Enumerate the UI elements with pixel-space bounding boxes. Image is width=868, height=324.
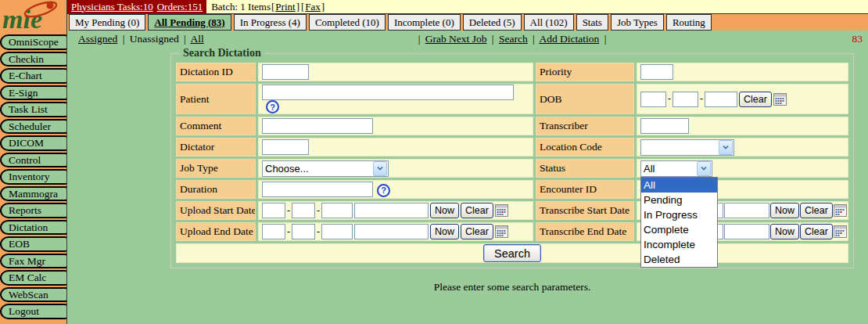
tab-incomplete[interactable]: Incomplete (0) <box>388 14 461 31</box>
sidebar-item-task-list[interactable]: Task List <box>0 102 67 117</box>
sidebar-item-scheduler[interactable]: Scheduler <box>0 119 67 135</box>
sidebar-item-mammography[interactable]: Mammogra <box>0 186 67 202</box>
upload-end-time-input[interactable] <box>354 224 429 239</box>
upload-start-month-input[interactable] <box>262 203 285 218</box>
orders-link[interactable]: Orders:151 <box>157 1 203 13</box>
dictation-id-input[interactable] <box>262 64 309 80</box>
status-option-pending[interactable]: Pending <box>641 193 717 207</box>
upload-start-time-input[interactable] <box>354 203 429 218</box>
mie-logo-graphic: mie <box>0 0 66 33</box>
sidebar-item-reports[interactable]: Reports <box>0 203 67 218</box>
separator: | <box>184 33 186 45</box>
duration-input[interactable] <box>262 182 373 197</box>
patient-input[interactable] <box>262 85 514 100</box>
fax-link[interactable]: Fax <box>305 1 321 13</box>
upload-end-year-input[interactable] <box>321 224 353 239</box>
transcribe-end-clear-button[interactable]: Clear <box>800 224 833 239</box>
tab-routing[interactable]: Routing <box>666 14 712 31</box>
upload-start-clear-button[interactable]: Clear <box>461 203 493 218</box>
comment-input[interactable] <box>262 118 373 134</box>
upload-start-year-input[interactable] <box>321 203 353 218</box>
tab-stats[interactable]: Stats <box>576 14 608 31</box>
upload-end-now-button[interactable]: Now <box>430 224 459 239</box>
assigned-link[interactable]: Assigned <box>78 33 117 45</box>
transcriber-input[interactable] <box>640 118 689 134</box>
tab-in-progress[interactable]: In Progress (4) <box>234 14 307 31</box>
transcribe-end-now-button[interactable]: Now <box>770 224 799 239</box>
upload-end-month-input[interactable] <box>262 224 285 239</box>
dob-clear-button[interactable]: Clear <box>739 92 772 107</box>
job-type-select[interactable]: Choose... <box>262 160 389 177</box>
help-icon[interactable]: ? <box>266 100 279 113</box>
upload-end-day-input[interactable] <box>292 224 315 239</box>
sidebar-item-dicom[interactable]: DICOM <box>0 135 67 151</box>
grab-next-job-link[interactable]: Grab Next Job <box>425 33 487 45</box>
sidebar-item-control[interactable]: Control <box>0 153 67 168</box>
dash: - <box>668 93 671 105</box>
print-link[interactable]: Print <box>275 1 295 13</box>
all-link[interactable]: All <box>190 33 203 45</box>
bracket: ] <box>321 1 325 13</box>
status-option-complete[interactable]: Complete <box>641 222 717 237</box>
tab-my-pending[interactable]: My Pending (0) <box>69 14 145 31</box>
form-title: Search Dictation <box>180 47 264 59</box>
app-logo[interactable]: mie <box>0 0 66 33</box>
status-option-all[interactable]: All <box>641 178 717 193</box>
sidebar-item-e-chart[interactable]: E-Chart <box>0 68 67 84</box>
label-encounter-id: Encounter ID <box>536 180 634 199</box>
transcribe-start-time-input[interactable] <box>724 203 769 218</box>
tab-all-pending[interactable]: All Pending (83) <box>148 14 231 31</box>
sidebar-item-logout[interactable]: Logout <box>0 304 67 319</box>
sidebar-item-omniscope[interactable]: OmniScope <box>0 34 67 50</box>
calendar-icon[interactable] <box>834 204 847 217</box>
upload-end-clear-button[interactable]: Clear <box>461 224 493 239</box>
transcribe-start-clear-button[interactable]: Clear <box>800 203 833 218</box>
priority-input[interactable] <box>640 64 673 80</box>
label-transcriber: Transcriber <box>536 117 634 135</box>
status-select[interactable]: All <box>640 160 712 177</box>
sidebar-item-dictation[interactable]: Dictation <box>0 220 67 236</box>
logo-text: mie <box>2 5 42 33</box>
calendar-icon[interactable] <box>834 225 847 238</box>
physicians-tasks-link[interactable]: Physicians Tasks:10 <box>71 1 153 13</box>
tab-job-types[interactable]: Job Types <box>611 14 664 31</box>
sidebar-item-eob[interactable]: EOB <box>0 236 67 252</box>
tab-deleted[interactable]: Deleted (5) <box>463 14 522 31</box>
sidebar-item-e-sign[interactable]: E-Sign <box>0 85 67 101</box>
status-option-incomplete[interactable]: Incomplete <box>641 237 717 252</box>
calendar-icon[interactable] <box>495 225 508 238</box>
transcribe-end-time-input[interactable] <box>724 224 769 239</box>
dob-day-input[interactable] <box>673 92 698 107</box>
calendar-icon[interactable] <box>495 204 508 217</box>
calendar-icon[interactable] <box>773 93 787 106</box>
upload-start-now-button[interactable]: Now <box>430 203 459 218</box>
chevron-down-icon <box>697 161 711 176</box>
upload-start-day-input[interactable] <box>292 203 315 218</box>
sidebar-item-webscan[interactable]: WebScan <box>0 287 67 303</box>
unassigned-link[interactable]: Unassigned <box>130 33 179 45</box>
tab-all[interactable]: All (102) <box>524 14 574 31</box>
sidebar-item-inventory[interactable]: Inventory <box>0 169 67 185</box>
dictator-input[interactable] <box>262 139 309 155</box>
chevron-down-icon <box>719 140 733 155</box>
dob-month-input[interactable] <box>640 92 666 107</box>
status-option-in-progress[interactable]: In Progress <box>641 207 717 222</box>
dash: - <box>287 205 290 217</box>
search-form-wrap: Search Dictation Dictation ID Priority P… <box>170 47 854 293</box>
sidebar-item-fax-mgr[interactable]: Fax Mgr <box>0 254 67 269</box>
search-button[interactable]: Search <box>483 244 541 262</box>
add-dictation-link[interactable]: Add Dictation <box>539 33 599 45</box>
assignment-filter-links: Assigned | Unassigned | All <box>78 33 204 45</box>
status-option-deleted[interactable]: Deleted <box>641 252 717 267</box>
chevron-down-icon <box>373 161 387 176</box>
help-icon[interactable]: ? <box>377 184 390 197</box>
sidebar-item-em-calc[interactable]: EM Calc <box>0 270 67 286</box>
table-row: Comment Transcriber <box>176 117 848 135</box>
tab-completed[interactable]: Completed (10) <box>309 14 386 31</box>
sidebar: mie OmniScope Checkin E-Chart E-Sign Tas… <box>0 0 67 324</box>
search-link[interactable]: Search <box>499 33 528 45</box>
transcribe-start-now-button[interactable]: Now <box>770 203 799 218</box>
dob-year-input[interactable] <box>705 92 737 107</box>
sidebar-item-checkin[interactable]: Checkin <box>0 52 67 67</box>
location-code-select[interactable] <box>640 139 734 156</box>
